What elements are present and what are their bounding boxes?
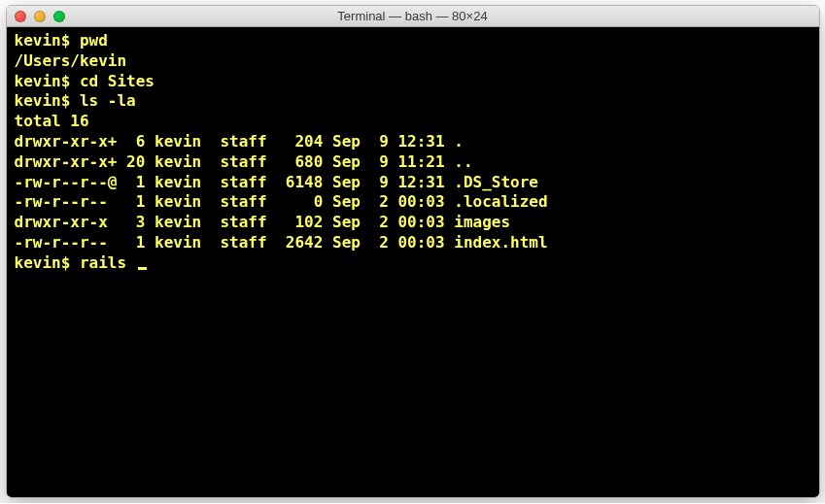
terminal-body[interactable]: kevin$ pwd/Users/kevinkevin$ cd Siteskev… (7, 27, 819, 497)
prompt: kevin$ (15, 253, 80, 274)
close-icon[interactable] (15, 11, 26, 22)
window-title: Terminal — bash — 80×24 (7, 9, 819, 23)
terminal-output: -rw-r--r-- 1 kevin staff 0 Sep 2 00:03 .… (15, 192, 811, 213)
traffic-lights (7, 11, 65, 22)
terminal-output: total 16 (15, 112, 811, 132)
maximize-icon[interactable] (53, 11, 65, 22)
command-text: ls -la (80, 91, 136, 110)
prompt: kevin$ (15, 31, 80, 50)
minimize-icon[interactable] (34, 11, 46, 22)
terminal-current-line: kevin$ rails (15, 253, 811, 274)
terminal-line: kevin$ pwd (15, 31, 811, 51)
terminal-output: -rw-r--r--@ 1 kevin staff 6148 Sep 9 12:… (15, 173, 811, 193)
terminal-output: drwxr-xr-x 3 kevin staff 102 Sep 2 00:03… (15, 213, 811, 233)
terminal-line: kevin$ cd Sites (15, 72, 811, 92)
terminal-output: drwxr-xr-x+ 20 kevin staff 680 Sep 9 11:… (15, 152, 811, 173)
cursor-icon (138, 267, 147, 270)
terminal-output: -rw-r--r-- 1 kevin staff 2642 Sep 2 00:0… (15, 233, 811, 253)
command-text: cd Sites (80, 72, 155, 90)
terminal-output: drwxr-xr-x+ 6 kevin staff 204 Sep 9 12:3… (15, 132, 811, 152)
titlebar[interactable]: Terminal — bash — 80×24 (7, 6, 819, 27)
prompt: kevin$ (15, 72, 80, 90)
command-text: pwd (80, 31, 108, 50)
command-text: rails (80, 253, 136, 274)
prompt: kevin$ (15, 91, 80, 110)
terminal-line: kevin$ ls -la (15, 91, 811, 112)
terminal-output: /Users/kevin (15, 51, 811, 72)
terminal-window: Terminal — bash — 80×24 kevin$ pwd/Users… (6, 5, 820, 498)
